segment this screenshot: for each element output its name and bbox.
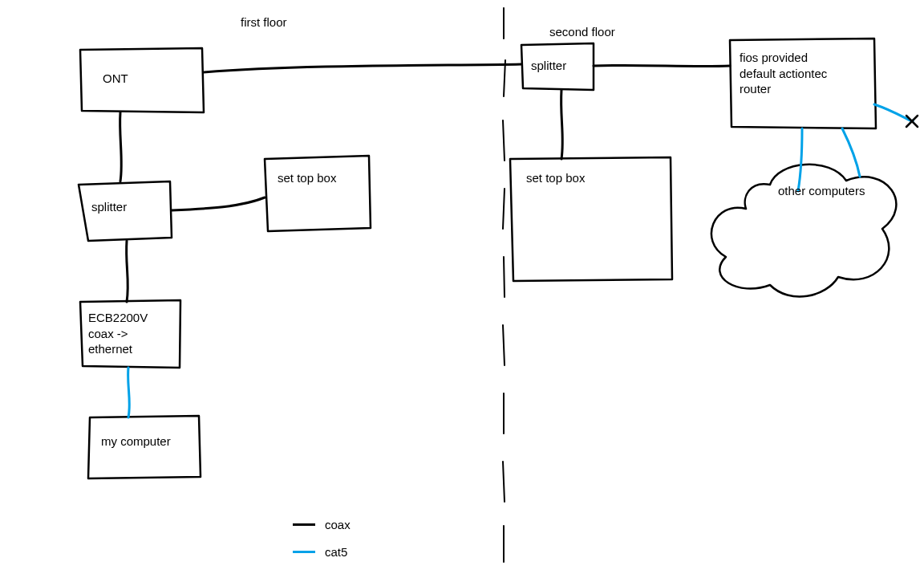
node-other-label: other computers xyxy=(778,183,865,199)
legend-cat5-label: cat5 xyxy=(325,544,347,560)
node-splitter1-label: splitter xyxy=(91,199,127,215)
node-ont-label: ONT xyxy=(103,71,128,87)
svg-line-7 xyxy=(503,462,505,502)
svg-line-4 xyxy=(504,257,505,297)
node-settop1-label: set top box xyxy=(278,170,336,186)
svg-line-3 xyxy=(503,189,505,229)
node-ecb-label: ECB2200V coax -> ethernet xyxy=(88,310,148,357)
legend-coax-swatch xyxy=(293,523,315,526)
node-router-label: fios provided default actiontec router xyxy=(740,50,827,97)
svg-line-2 xyxy=(503,120,505,161)
section-first-floor: first floor xyxy=(241,14,287,31)
legend-coax-label: coax xyxy=(325,517,351,533)
legend-cat5-swatch xyxy=(293,551,315,553)
node-splitter2-label: splitter xyxy=(531,58,566,74)
node-ont-box xyxy=(80,48,204,112)
svg-line-9 xyxy=(906,116,918,127)
node-mycomputer-label: my computer xyxy=(101,434,171,450)
node-settop2-label: set top box xyxy=(526,170,585,186)
svg-line-10 xyxy=(906,116,918,127)
svg-line-5 xyxy=(503,325,505,365)
svg-line-1 xyxy=(504,60,505,96)
section-second-floor: second floor xyxy=(549,24,615,40)
node-settop1-box xyxy=(265,156,371,231)
